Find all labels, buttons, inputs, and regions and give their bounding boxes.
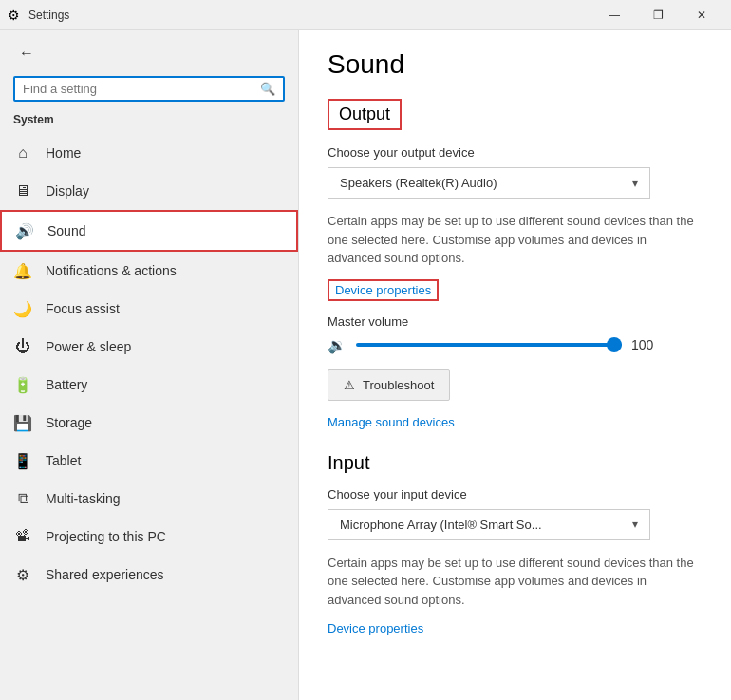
titlebar-controls: — ❐ ✕ — [592, 0, 723, 30]
search-box[interactable]: 🔍 — [13, 76, 285, 102]
page-title: Sound — [328, 49, 703, 80]
maximize-button[interactable]: ❐ — [636, 0, 680, 30]
shared-icon: ⚙ — [13, 565, 32, 584]
output-device-dropdown[interactable]: Speakers (Realtek(R) Audio) ▾ — [328, 167, 650, 199]
sound-icon: 🔊 — [15, 221, 34, 240]
volume-value: 100 — [631, 337, 665, 352]
sidebar-item-projecting[interactable]: 📽 Projecting to this PC — [0, 518, 298, 556]
chevron-down-icon: ▾ — [632, 177, 638, 190]
manage-sound-devices-link[interactable]: Manage sound devices — [328, 415, 455, 429]
troubleshoot-button[interactable]: ⚠ Troubleshoot — [328, 369, 450, 401]
sidebar-item-label: Display — [46, 183, 89, 199]
notifications-icon: 🔔 — [13, 261, 32, 280]
input-device-properties-link[interactable]: Device properties — [328, 621, 423, 635]
sidebar-item-focus[interactable]: 🌙 Focus assist — [0, 290, 298, 328]
sidebar-section-title: System — [0, 109, 298, 134]
sidebar: ← 🔍 System ⌂ Home 🖥 Display 🔊 Sound 🔔 No… — [0, 30, 299, 700]
sidebar-item-multitasking[interactable]: ⧉ Multi-tasking — [0, 480, 298, 518]
sidebar-item-label: Battery — [46, 377, 87, 392]
sidebar-item-storage[interactable]: 💾 Storage — [0, 404, 298, 442]
back-button[interactable]: ← — [13, 40, 40, 66]
input-device-label: Choose your input device — [328, 487, 703, 501]
sidebar-item-notifications[interactable]: 🔔 Notifications & actions — [0, 252, 298, 290]
input-header: Input — [328, 452, 703, 474]
sidebar-item-label: Storage — [46, 415, 92, 430]
sidebar-item-label: Projecting to this PC — [46, 529, 166, 544]
output-section: Output Choose your output device Speaker… — [328, 99, 703, 443]
sidebar-nav-top: ← — [0, 30, 298, 76]
volume-row: 🔉 100 — [328, 336, 703, 354]
home-icon: ⌂ — [13, 143, 32, 162]
sidebar-item-sound[interactable]: 🔊 Sound — [0, 210, 298, 252]
projecting-icon: 📽 — [13, 527, 32, 546]
output-device-label: Choose your output device — [328, 145, 703, 160]
device-properties-link[interactable]: Device properties — [328, 279, 439, 301]
sidebar-item-power[interactable]: ⏻ Power & sleep — [0, 328, 298, 366]
input-device-value: Microphone Array (Intel® Smart So... — [340, 518, 542, 532]
settings-icon: ⚙ — [8, 8, 23, 23]
sidebar-item-label: Tablet — [46, 453, 81, 468]
close-button[interactable]: ✕ — [680, 0, 723, 30]
volume-icon: 🔉 — [328, 336, 347, 354]
focus-icon: 🌙 — [13, 299, 32, 318]
battery-icon: 🔋 — [13, 375, 32, 394]
search-input[interactable] — [23, 82, 260, 96]
volume-slider[interactable] — [356, 343, 622, 347]
troubleshoot-label: Troubleshoot — [363, 378, 434, 392]
display-icon: 🖥 — [13, 181, 32, 200]
input-info-text: Certain apps may be set up to use differ… — [328, 554, 703, 610]
sidebar-item-label: Home — [46, 145, 81, 161]
volume-section: Master volume 🔉 100 — [328, 314, 703, 354]
app-container: ← 🔍 System ⌂ Home 🖥 Display 🔊 Sound 🔔 No… — [0, 30, 731, 700]
sidebar-item-home[interactable]: ⌂ Home — [0, 134, 298, 172]
sidebar-item-label: Power & sleep — [46, 339, 131, 354]
sidebar-item-battery[interactable]: 🔋 Battery — [0, 366, 298, 404]
chevron-down-icon: ▾ — [632, 518, 638, 531]
power-icon: ⏻ — [13, 337, 32, 356]
volume-label: Master volume — [328, 314, 703, 329]
input-device-dropdown[interactable]: Microphone Array (Intel® Smart So... ▾ — [328, 509, 650, 540]
search-icon[interactable]: 🔍 — [260, 82, 275, 96]
storage-icon: 💾 — [13, 413, 32, 432]
sidebar-item-label: Shared experiences — [46, 567, 164, 582]
input-section: Input Choose your input device Microphon… — [328, 452, 703, 650]
multitasking-icon: ⧉ — [13, 489, 32, 508]
sidebar-item-label: Notifications & actions — [46, 263, 177, 278]
output-info-text: Certain apps may be set up to use differ… — [328, 212, 703, 268]
sidebar-item-shared[interactable]: ⚙ Shared experiences — [0, 556, 298, 594]
sidebar-item-label: Sound — [47, 223, 85, 238]
titlebar-title: Settings — [28, 9, 592, 22]
sidebar-item-display[interactable]: 🖥 Display — [0, 172, 298, 210]
sidebar-item-label: Multi-tasking — [46, 491, 121, 506]
sidebar-item-tablet[interactable]: 📱 Tablet — [0, 442, 298, 480]
warning-icon: ⚠ — [344, 378, 355, 392]
tablet-icon: 📱 — [13, 451, 32, 470]
minimize-button[interactable]: — — [592, 0, 636, 30]
content-area: Sound Output Choose your output device S… — [299, 30, 731, 700]
sidebar-item-label: Focus assist — [46, 301, 120, 316]
output-device-value: Speakers (Realtek(R) Audio) — [340, 176, 497, 190]
output-header: Output — [328, 99, 402, 130]
titlebar: ⚙ Settings — ❐ ✕ — [0, 0, 731, 30]
